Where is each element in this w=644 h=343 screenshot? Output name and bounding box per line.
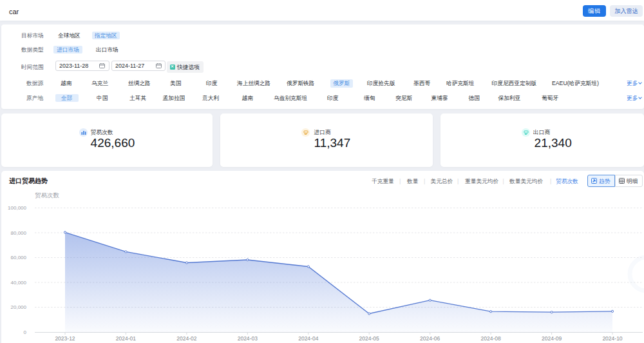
svg-text:2024-04: 2024-04 (298, 335, 318, 342)
svg-text:60,000: 60,000 (11, 255, 27, 260)
svg-text:100,000: 100,000 (8, 205, 26, 211)
svg-text:2024-05: 2024-05 (359, 335, 379, 342)
svg-text:2024-08: 2024-08 (480, 335, 500, 342)
svg-text:2024-06: 2024-06 (420, 335, 440, 342)
svg-text:贸易次数: 贸易次数 (35, 191, 60, 199)
svg-text:2024-01: 2024-01 (116, 335, 136, 342)
svg-text:20,000: 20,000 (11, 304, 27, 310)
svg-text:40,000: 40,000 (11, 280, 27, 286)
svg-text:0: 0 (24, 329, 27, 335)
svg-text:2024-10: 2024-10 (602, 335, 622, 342)
svg-text:2023-12: 2023-12 (55, 335, 75, 342)
svg-text:80,000: 80,000 (11, 230, 27, 236)
svg-text:2024-09: 2024-09 (542, 335, 562, 342)
svg-text:2024-03: 2024-03 (238, 335, 258, 342)
svg-text:2024-02: 2024-02 (176, 335, 196, 342)
